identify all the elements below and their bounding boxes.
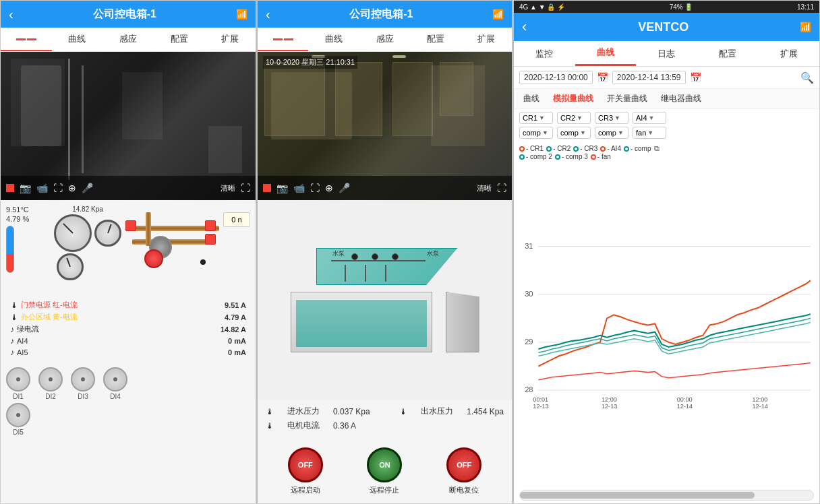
panel1-read4-label: AI4 [17, 337, 206, 345]
panel2-tab-monitor[interactable] [258, 28, 308, 51]
panel3-chart-scrollbar[interactable] [519, 490, 814, 501]
panel1-di4[interactable]: DI4 [103, 367, 127, 400]
panel2-video-icon[interactable]: 📹 [293, 183, 305, 193]
panel2-pool-diagram: 水泵 水泵 [258, 200, 512, 400]
panel-1: ‹ 公司控电箱-1 📶 曲线 感应 配置 扩展 📷 📹 ⛶ [0, 0, 256, 504]
panel3-date-start[interactable]: 2020-12-13 00:00 [519, 71, 593, 84]
panel2-record-stop[interactable] [263, 184, 271, 192]
panel3-legend-comp3: - comp 3 [555, 153, 588, 160]
panel3-curve-tab-analog[interactable]: 模拟量曲线 [549, 92, 597, 106]
panel1-tab-extend[interactable]: 扩展 [204, 28, 256, 51]
panel3-legend-copy-icon[interactable]: ⧉ [654, 144, 660, 153]
panel1-di3[interactable]: DI3 [71, 367, 95, 400]
panel3-chan-cr2[interactable]: CR2▼ [557, 112, 591, 124]
panel3-cal-icon-1[interactable]: 📅 [597, 72, 608, 83]
panel2-reading-1: 🌡 进水压力 0.037 Kpa 🌡 出水压力 1.454 Kpa [266, 406, 504, 417]
panel1-large-gauge [54, 214, 92, 252]
panel1-di5-knob[interactable] [6, 403, 30, 427]
panel3-x-label-3b: 12-14 [677, 403, 693, 410]
panel2-tab-curve[interactable]: 曲线 [308, 28, 359, 51]
panel-2: ‹ 公司控电箱-1 📶 曲线 感应 配置 扩展 10-0-2020 星期三 21… [256, 0, 512, 504]
panel2-tab-bar: 曲线 感应 配置 扩展 [258, 28, 512, 52]
panel1-signal-icon: 📶 [236, 9, 247, 20]
panel2-power-reset-button[interactable]: OFF [446, 447, 481, 482]
panel1-zero-box: 0 n [223, 212, 250, 227]
panel2-plus-icon[interactable]: ⊕ [325, 183, 333, 193]
panel3-scrollbar-thumb[interactable] [520, 492, 755, 499]
panel3-sub-fan[interactable]: fan▼ [633, 127, 666, 139]
panel1-mic-icon[interactable]: 🎤 [82, 183, 93, 193]
panel2-r3-label: 电机电流 [287, 420, 320, 431]
panel1-plus-icon[interactable]: ⊕ [68, 183, 76, 193]
panel2-tab-sensor[interactable]: 感应 [359, 28, 410, 51]
panel1-quality-label[interactable]: 清晰 [221, 183, 235, 193]
panel1-read5-value: 0 mA [206, 348, 246, 356]
panel2-remote-start-button[interactable]: OFF [288, 447, 323, 482]
panel3-legend-cr2-dot [546, 146, 552, 152]
panel1-di4-knob[interactable] [103, 367, 127, 391]
panel3-chan-cr3[interactable]: CR3▼ [595, 112, 628, 124]
panel3-chan-cr1[interactable]: CR1▼ [519, 112, 553, 124]
panel2-camera-icon[interactable]: 📷 [276, 183, 288, 193]
panel1-temp-value: 9.51°C [6, 206, 50, 214]
panel3-tab-curve[interactable]: 曲线 [575, 41, 637, 66]
panel3-search-button[interactable]: 🔍 [800, 71, 814, 84]
panel2-pool-3d: 水泵 水泵 [291, 248, 479, 352]
panel3-tab-bar: 监控 曲线 日志 配置 扩展 [514, 41, 819, 67]
panel3-cal-icon-2[interactable]: 📅 [690, 72, 701, 83]
panel3-curve-tab-relay[interactable]: 继电器曲线 [657, 92, 705, 106]
panel2-title: 公司控电箱-1 [349, 7, 413, 22]
panel2-back-button[interactable]: ‹ [266, 7, 270, 22]
panel3-sub-comp3[interactable]: comp▼ [595, 127, 628, 139]
panel1-record-stop[interactable] [6, 184, 14, 192]
panel1-read2-value: 4.79 A [206, 313, 246, 321]
panel3-tab-extend[interactable]: 扩展 [758, 41, 819, 66]
panel1-di3-knob[interactable] [71, 367, 95, 391]
panel3-chan-ai4[interactable]: AI4▼ [633, 112, 666, 124]
panel3-x-label-1: 00:01 [533, 396, 548, 403]
panel2-r2-label: 出水压力 [421, 406, 453, 417]
panel2-mic-icon[interactable]: 🎤 [339, 183, 350, 193]
panel1-camera-icon[interactable]: 📷 [20, 183, 31, 193]
panel1-di2-knob[interactable] [38, 367, 63, 391]
panel3-legend-row2: - comp 2 - comp 3 - fan [514, 153, 819, 163]
panel3-sub-comp2[interactable]: comp▼ [557, 127, 591, 139]
panel2-fullscreen-icon[interactable]: ⛶ [497, 183, 506, 193]
panel2-tab-extend[interactable]: 扩展 [461, 28, 512, 51]
panel1-di2[interactable]: DI2 [38, 367, 63, 400]
panel1-tab-config[interactable]: 配置 [154, 28, 205, 51]
panel2-tab-config[interactable]: 配置 [410, 28, 461, 51]
panel1-di1-knob[interactable] [6, 367, 30, 391]
panel3-tab-log[interactable]: 日志 [636, 41, 697, 66]
panel2-remote-stop-button[interactable]: ON [367, 447, 402, 482]
panel3-legend-cr1: - CR1 [519, 144, 544, 153]
panel3-curve-tab-switch[interactable]: 开关量曲线 [603, 92, 651, 106]
panel3-sub-comp1[interactable]: comp▼ [519, 127, 553, 139]
panel1-back-button[interactable]: ‹ [9, 7, 13, 22]
panel1-read4-value: 0 mA [206, 337, 246, 345]
panel1-di5[interactable]: DI5 [6, 403, 30, 436]
panel1-tab-sensor[interactable]: 感应 [102, 28, 154, 51]
panel1-video-icon[interactable]: 📹 [36, 183, 48, 193]
panel1-fullscreen-icon[interactable]: ⛶ [241, 183, 250, 193]
panel2-quality-label[interactable]: 清晰 [477, 183, 492, 193]
panel3-x-label-4b: 12-14 [753, 403, 768, 410]
panel2-zoom-icon[interactable]: ⛶ [310, 183, 320, 193]
panel2-remote-start-label: 远程启动 [291, 485, 320, 495]
panel3-tab-config[interactable]: 配置 [697, 41, 759, 66]
panel3-back-button[interactable]: ‹ [522, 18, 527, 36]
panel1-di1[interactable]: DI1 [6, 367, 30, 400]
panel1-tab-curve[interactable]: 曲线 [52, 28, 103, 51]
panel3-tab-monitor[interactable]: 监控 [514, 41, 575, 66]
panel1-tab-monitor[interactable] [1, 28, 52, 51]
panel1-zoom-icon[interactable]: ⛶ [53, 183, 63, 193]
panel1-read2-label: 办公区域 黄-电流 [21, 312, 206, 322]
panel2-readings: 🌡 进水压力 0.037 Kpa 🌡 出水压力 1.454 Kpa 🌡 电机电流… [258, 400, 512, 439]
panel3-title: VENTCO [638, 20, 689, 34]
panel2-remote-stop-group: ON 远程停止 [367, 447, 402, 495]
panel3-date-range: 2020-12-13 00:00 📅 2020-12-14 13:59 📅 🔍 [514, 67, 819, 89]
panel3-legend-fan-dot [591, 154, 596, 160]
panel3-date-end[interactable]: 2020-12-14 13:59 [612, 71, 686, 84]
panel3-curve-tab-all[interactable]: 曲线 [519, 92, 544, 106]
panel1-di5-label: DI5 [13, 429, 24, 436]
